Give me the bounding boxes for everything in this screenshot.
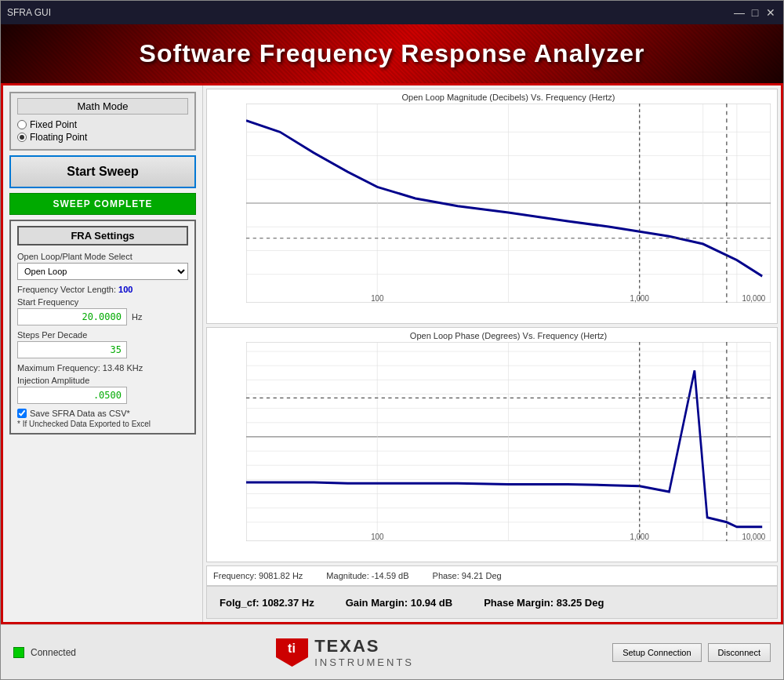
ti-company-name: TEXAS [314,636,414,656]
minimize-button[interactable]: — [733,6,746,19]
window-controls: — □ ✕ [733,6,777,19]
folg-cf-metric: Folg_cf: 1082.37 Hz [220,597,314,609]
csv-note: * If Unchecked Data Exported to Excel [17,420,188,428]
steps-input[interactable] [17,341,127,358]
phase-margin-metric: Phase Margin: 83.25 Deg [484,597,604,609]
charts-area: Open Loop Magnitude (Decibels) Vs. Frequ… [203,85,781,622]
start-sweep-button[interactable]: Start Sweep [9,155,196,188]
cursor-info-bar: Frequency: 9081.82 Hz Magnitude: -14.59 … [206,565,778,586]
magnitude-chart-title: Open Loop Magnitude (Decibels) Vs. Frequ… [246,93,771,102]
injection-label: Injection Amplitude [17,376,188,385]
connected-indicator [13,647,24,658]
disconnect-button[interactable]: Disconnect [708,643,771,662]
fixed-point-radio[interactable] [17,120,27,129]
start-freq-input[interactable] [17,308,127,325]
save-csv-label: Save SFRA Data as CSV* [30,409,130,418]
maximize-button[interactable]: □ [749,6,761,19]
mode-label: Open Loop/Plant Mode Select [17,252,188,261]
phase-chart-title: Open Loop Phase (Degrees) Vs. Frequency … [246,331,771,340]
setup-connection-button[interactable]: Setup Connection [612,643,701,662]
svg-text:100: 100 [371,532,383,541]
metrics-row: Folg_cf: 1082.37 Hz Gain Margin: 10.94 d… [206,586,778,619]
close-button[interactable]: ✕ [764,6,777,19]
titlebar: SFRA GUI — □ ✕ [1,1,783,24]
floating-point-label: Floating Point [30,132,87,143]
math-mode-title: Math Mode [17,98,188,115]
fixed-point-row[interactable]: Fixed Point [17,119,188,130]
ti-badge-icon: ti [274,637,310,668]
window-title: SFRA GUI [7,7,51,18]
footer: Connected ti TEXAS INSTRUMENTS Setup Con… [1,624,783,679]
floating-point-row[interactable]: Floating Point [17,132,188,143]
svg-text:10,000: 10,000 [742,293,766,303]
footer-left: Connected [13,647,76,658]
max-freq-field: Maximum Frequency: 13.48 KHz [17,363,188,373]
save-csv-checkbox[interactable] [17,409,27,418]
floating-point-radio[interactable] [17,133,27,142]
fra-settings-title: FRA Settings [17,226,188,245]
start-freq-row: Hz [17,308,188,325]
phase-chart-svg: 180 150 120 90 60 30 0 -30 -60 -90 -120 … [246,342,771,541]
ti-instruments-name: INSTRUMENTS [314,656,414,668]
phase-chart-area: 180 150 120 90 60 30 0 -30 -60 -90 -120 … [246,342,771,541]
main-content: Math Mode Fixed Point Floating Point Sta… [1,83,783,624]
ti-logo-top: ti TEXAS INSTRUMENTS [274,636,414,668]
cursor-frequency: Frequency: 9081.82 Hz [213,571,303,580]
connected-label: Connected [31,647,76,658]
svg-text:100: 100 [371,293,383,303]
main-window: SFRA GUI — □ ✕ Software Frequency Respon… [0,0,784,680]
app-title: Software Frequency Response Analyzer [140,39,645,68]
gain-margin-metric: Gain Margin: 10.94 dB [346,597,453,609]
start-freq-unit: Hz [132,312,142,322]
ti-text-block: TEXAS INSTRUMENTS [314,636,414,668]
svg-text:10,000: 10,000 [742,532,766,541]
steps-label: Steps Per Decade [17,330,188,340]
injection-row [17,387,188,404]
injection-input[interactable] [17,387,127,404]
left-panel: Math Mode Fixed Point Floating Point Sta… [3,85,203,622]
magnitude-chart-area: 40 30 20 10 0 -10 -20 100 1,000 10,000 [246,104,771,303]
start-freq-label: Start Frequency [17,297,188,307]
fra-settings-section: FRA Settings Open Loop/Plant Mode Select… [9,220,196,435]
math-mode-section: Math Mode Fixed Point Floating Point [9,92,196,151]
magnitude-chart: Open Loop Magnitude (Decibels) Vs. Frequ… [206,89,778,324]
sweep-complete-indicator: SWEEP COMPLETE [9,193,196,215]
footer-right: Setup Connection Disconnect [612,643,771,662]
freq-vector-field: Frequency Vector Length: 100 [17,285,188,294]
mode-select[interactable]: Open Loop Plant Mode [17,263,188,280]
svg-text:ti: ti [288,642,296,655]
fixed-point-label: Fixed Point [30,119,77,130]
header-banner: Software Frequency Response Analyzer [1,24,783,83]
magnitude-chart-svg: 40 30 20 10 0 -10 -20 100 1,000 10,000 [246,104,771,303]
cursor-magnitude: Magnitude: -14.59 dB [326,571,408,580]
cursor-phase: Phase: 94.21 Deg [433,571,502,580]
save-csv-row[interactable]: Save SFRA Data as CSV* [17,409,188,418]
steps-row [17,341,188,358]
phase-chart: Open Loop Phase (Degrees) Vs. Frequency … [206,327,778,562]
ti-logo: ti TEXAS INSTRUMENTS [274,636,414,668]
